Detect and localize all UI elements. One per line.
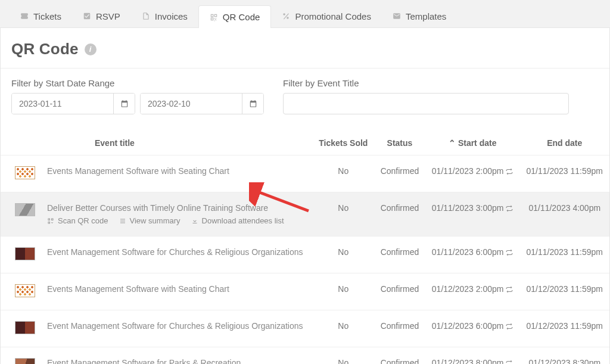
event-title-link[interactable]: Events Management Software with Seating …	[47, 284, 229, 294]
tab-tickets-label: Tickets	[33, 11, 61, 21]
cell-status: Confirmed	[374, 192, 425, 237]
tab-invoices-label: Invoices	[155, 11, 188, 21]
tab-bar: Tickets RSVP Invoices QR Code Promotiona…	[0, 0, 610, 27]
page-panel: QR Code i Filter by Start Date Range	[0, 27, 610, 364]
cell-tickets-sold: No	[313, 192, 375, 237]
tab-invoices[interactable]: Invoices	[131, 5, 198, 27]
recurring-icon	[506, 286, 513, 293]
cell-start-date: 01/12/2023 8:00pm	[425, 347, 520, 365]
event-title-link[interactable]: Events Management Software with Seating …	[47, 166, 229, 176]
cell-start-date: 01/11/2023 2:00pm	[425, 155, 520, 192]
event-title-link[interactable]: Event Management Software for Parks & Re…	[47, 358, 241, 364]
cell-start-date: 01/12/2023 6:00pm	[425, 310, 520, 347]
cell-start-date: 01/11/2023 3:00pm	[425, 192, 520, 237]
download-attendees-label: Download attendees list	[202, 216, 284, 225]
view-summary-action[interactable]: View summary	[119, 216, 180, 225]
cell-tickets-sold: No	[313, 155, 375, 192]
cell-tickets-sold: No	[313, 273, 375, 310]
recurring-icon	[506, 249, 513, 256]
tab-promo-label: Promotional Codes	[295, 11, 371, 21]
col-event-title[interactable]: Event title	[41, 131, 313, 155]
table-row[interactable]: Deliver Better Courses with Timely Onlin…	[1, 192, 609, 237]
start-date-input[interactable]	[12, 94, 113, 114]
recurring-icon	[506, 360, 513, 364]
cell-end-date: 01/12/2023 11:59pm	[520, 310, 609, 347]
cell-end-date: 01/12/2023 8:30pm	[520, 347, 609, 365]
cell-tickets-sold: No	[313, 310, 375, 347]
table-row[interactable]: Events Management Software with Seating …	[1, 155, 609, 192]
page-title: QR Code	[11, 40, 79, 58]
table-row[interactable]: Event Management Software for Parks & Re…	[1, 347, 609, 365]
event-title-link[interactable]: Event Management Software for Churches &…	[47, 321, 303, 331]
tab-promo[interactable]: Promotional Codes	[271, 5, 382, 27]
cell-tickets-sold: No	[313, 347, 375, 365]
event-thumbnail	[15, 203, 35, 216]
cell-start-date: 01/12/2023 2:00pm	[425, 273, 520, 310]
table-row[interactable]: Event Management Software for Churches &…	[1, 310, 609, 347]
end-date-group	[140, 93, 264, 114]
recurring-icon	[506, 168, 513, 175]
start-date-group	[11, 93, 135, 114]
download-attendees-action[interactable]: Download attendees list	[191, 216, 284, 225]
col-end-date[interactable]: End date	[520, 131, 609, 155]
cell-status: Confirmed	[374, 310, 425, 347]
filter-date-range: Filter by Start Date Range	[11, 78, 264, 114]
cell-tickets-sold: No	[313, 237, 375, 273]
percent-icon	[282, 12, 290, 20]
scan-qr-action[interactable]: Scan QR code	[47, 216, 108, 225]
cell-status: Confirmed	[374, 273, 425, 310]
event-thumbnail	[15, 284, 35, 297]
tab-templates[interactable]: Templates	[382, 5, 457, 27]
cell-start-date: 01/11/2023 6:00pm	[425, 237, 520, 273]
col-status[interactable]: Status	[374, 131, 425, 155]
title-filter-input[interactable]	[283, 93, 569, 114]
start-date-picker-button[interactable]	[113, 94, 135, 114]
tab-tickets[interactable]: Tickets	[10, 5, 72, 27]
cell-status: Confirmed	[374, 155, 425, 192]
cell-status: Confirmed	[374, 237, 425, 273]
filter-title: Filter by Event Title	[283, 78, 599, 114]
cell-end-date: 01/11/2023 4:00pm	[520, 192, 609, 237]
event-thumbnail	[15, 166, 35, 179]
recurring-icon	[506, 205, 513, 212]
cell-status: Confirmed	[374, 347, 425, 365]
cell-end-date: 01/11/2023 11:59pm	[520, 237, 609, 273]
cell-end-date: 01/12/2023 11:59pm	[520, 273, 609, 310]
info-icon[interactable]: i	[85, 43, 97, 55]
tab-rsvp-label: RSVP	[96, 11, 120, 21]
end-date-picker-button[interactable]	[242, 94, 263, 114]
tab-qrcode-label: QR Code	[223, 12, 260, 22]
event-title-link[interactable]: Event Management Software for Churches &…	[47, 247, 303, 257]
events-table: Event title Tickets Sold Status ⌃Start d…	[1, 131, 609, 364]
file-icon	[142, 12, 150, 20]
page-header: QR Code i	[1, 40, 609, 69]
sort-asc-icon: ⌃	[449, 138, 456, 148]
recurring-icon	[506, 323, 513, 330]
ticket-icon	[20, 12, 29, 20]
event-thumbnail	[15, 358, 35, 364]
event-thumbnail	[15, 321, 35, 334]
col-start-date[interactable]: ⌃Start date	[425, 131, 520, 155]
view-summary-label: View summary	[130, 216, 180, 225]
table-row[interactable]: Event Management Software for Churches &…	[1, 237, 609, 273]
calendar-icon	[120, 99, 129, 108]
event-title-link[interactable]: Deliver Better Courses with Timely Onlin…	[47, 203, 268, 213]
tab-rsvp[interactable]: RSVP	[72, 5, 131, 27]
tab-templates-label: Templates	[406, 11, 446, 21]
envelope-icon	[393, 12, 401, 20]
cell-end-date: 01/11/2023 11:59pm	[520, 155, 609, 192]
qrcode-icon	[210, 13, 218, 21]
filter-title-label: Filter by Event Title	[283, 78, 599, 88]
calendar-icon	[249, 99, 257, 108]
checkbox-icon	[83, 12, 91, 20]
event-thumbnail	[15, 247, 35, 260]
col-tickets-sold[interactable]: Tickets Sold	[313, 131, 375, 155]
scan-qr-label: Scan QR code	[58, 216, 108, 225]
row-actions: Scan QR code View summary Download atten…	[47, 216, 307, 225]
table-row[interactable]: Events Management Software with Seating …	[1, 273, 609, 310]
filter-date-label: Filter by Start Date Range	[11, 78, 264, 88]
end-date-input[interactable]	[141, 94, 242, 114]
tab-qrcode[interactable]: QR Code	[198, 5, 272, 28]
filters: Filter by Start Date Range Filter by Eve…	[1, 69, 609, 118]
